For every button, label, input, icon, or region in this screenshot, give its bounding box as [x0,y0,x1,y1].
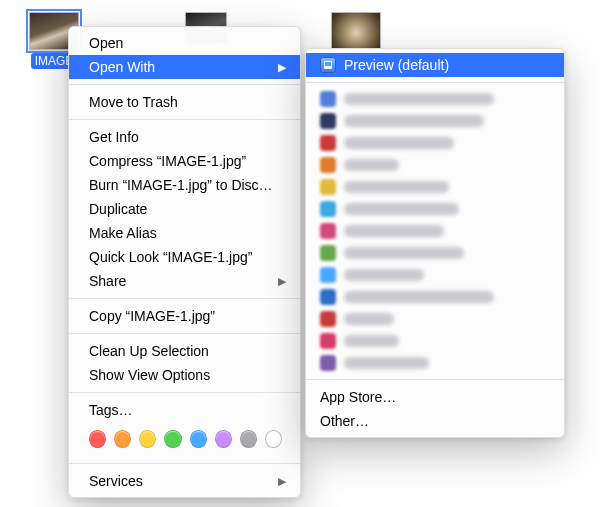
submenu-label: Other… [320,412,369,430]
submenu-app-blurred[interactable] [306,176,564,198]
menu-label: Tags… [89,401,133,419]
file-item-3[interactable] [326,12,386,50]
app-icon [320,267,336,283]
submenu-label-blurred [344,203,459,215]
submenu-app-blurred[interactable] [306,264,564,286]
svg-rect-1 [325,62,331,66]
app-icon [320,355,336,371]
menu-label: Services [89,472,143,490]
app-icon [320,245,336,261]
tag-red[interactable] [89,430,106,448]
menu-quick-look[interactable]: Quick Look “IMAGE-1.jpg” [69,245,300,269]
submenu-app-blurred[interactable] [306,154,564,176]
submenu-blurred-apps [306,88,564,374]
tag-none[interactable] [265,430,282,448]
menu-label: Show View Options [89,366,210,384]
menu-duplicate[interactable]: Duplicate [69,197,300,221]
menu-separator [306,379,564,380]
submenu-app-blurred[interactable] [306,88,564,110]
chevron-right-icon: ▶ [278,58,286,76]
menu-clean-up[interactable]: Clean Up Selection [69,339,300,363]
menu-show-view-options[interactable]: Show View Options [69,363,300,387]
chevron-right-icon: ▶ [278,472,286,490]
menu-copy[interactable]: Copy “IMAGE-1.jpg” [69,304,300,328]
submenu-app-blurred[interactable] [306,352,564,374]
menu-separator [69,463,300,464]
menu-separator [69,392,300,393]
submenu-label-blurred [344,181,449,193]
menu-share[interactable]: Share ▶ [69,269,300,293]
menu-label: Clean Up Selection [89,342,209,360]
tag-yellow[interactable] [139,430,156,448]
submenu-other[interactable]: Other… [306,409,564,433]
menu-label: Open With [89,58,155,76]
submenu-app-blurred[interactable] [306,110,564,132]
submenu-label-blurred [344,357,429,369]
app-icon [320,113,336,129]
tag-blue[interactable] [190,430,207,448]
menu-separator [69,84,300,85]
tags-row [69,422,300,458]
menu-compress[interactable]: Compress “IMAGE-1.jpg” [69,149,300,173]
submenu-app-blurred[interactable] [306,132,564,154]
submenu-label-blurred [344,291,494,303]
tag-green[interactable] [164,430,181,448]
context-menu: Open Open With ▶ Move to Trash Get Info … [68,26,301,498]
submenu-label-blurred [344,269,424,281]
file-thumbnail [331,12,381,50]
menu-tags[interactable]: Tags… [69,398,300,422]
app-icon [320,223,336,239]
tag-purple[interactable] [215,430,232,448]
menu-open-with[interactable]: Open With ▶ [69,55,300,79]
menu-label: Copy “IMAGE-1.jpg” [89,307,215,325]
menu-label: Make Alias [89,224,157,242]
app-icon [320,91,336,107]
menu-label: Share [89,272,126,290]
menu-label: Move to Trash [89,93,178,111]
tag-orange[interactable] [114,430,131,448]
submenu-app-blurred[interactable] [306,286,564,308]
preview-app-icon [320,57,336,73]
submenu-app-blurred[interactable] [306,308,564,330]
app-icon [320,135,336,151]
submenu-label-blurred [344,225,444,237]
menu-label: Get Info [89,128,139,146]
tag-gray[interactable] [240,430,257,448]
menu-open[interactable]: Open [69,31,300,55]
submenu-app-blurred[interactable] [306,198,564,220]
menu-separator [69,119,300,120]
chevron-right-icon: ▶ [278,272,286,290]
app-icon [320,157,336,173]
submenu-label-blurred [344,137,454,149]
app-icon [320,201,336,217]
menu-burn[interactable]: Burn “IMAGE-1.jpg” to Disc… [69,173,300,197]
menu-label: Duplicate [89,200,147,218]
menu-label: Burn “IMAGE-1.jpg” to Disc… [89,176,273,194]
menu-separator [306,82,564,83]
submenu-app-blurred[interactable] [306,220,564,242]
submenu-label-blurred [344,115,484,127]
app-icon [320,179,336,195]
menu-services[interactable]: Services ▶ [69,469,300,493]
menu-label: Quick Look “IMAGE-1.jpg” [89,248,252,266]
menu-make-alias[interactable]: Make Alias [69,221,300,245]
app-icon [320,311,336,327]
menu-move-to-trash[interactable]: Move to Trash [69,90,300,114]
app-icon [320,333,336,349]
app-icon [320,289,336,305]
menu-get-info[interactable]: Get Info [69,125,300,149]
submenu-label-blurred [344,159,399,171]
submenu-label-blurred [344,313,394,325]
submenu-app-blurred[interactable] [306,330,564,352]
submenu-app-blurred[interactable] [306,242,564,264]
submenu-label: App Store… [320,388,396,406]
menu-separator [69,333,300,334]
open-with-submenu: Preview (default) App Store… Other… [305,48,565,438]
menu-separator [69,298,300,299]
submenu-label-blurred [344,247,464,259]
submenu-app-store[interactable]: App Store… [306,385,564,409]
submenu-label-blurred [344,93,494,105]
menu-label: Compress “IMAGE-1.jpg” [89,152,246,170]
submenu-label-blurred [344,335,399,347]
submenu-preview-default[interactable]: Preview (default) [306,53,564,77]
